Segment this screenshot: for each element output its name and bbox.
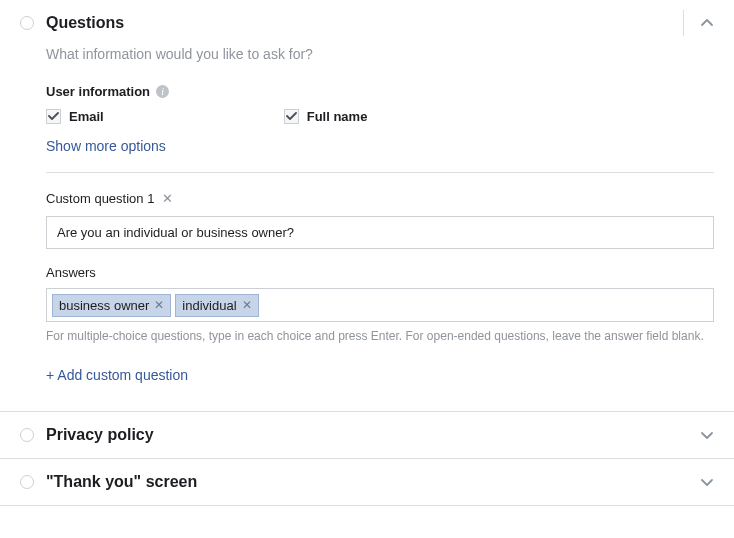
section-header-thankyou[interactable]: "Thank you" screen [0,459,734,505]
chevron-up-icon[interactable] [700,16,714,30]
checkbox-label-fullname: Full name [307,109,368,124]
remove-question-icon[interactable]: ✕ [162,191,173,206]
section-header-privacy[interactable]: Privacy policy [0,412,734,458]
section-header-questions[interactable]: Questions [0,0,734,46]
checkbox-email[interactable]: Email [46,109,104,124]
chevron-down-icon[interactable] [700,428,714,442]
divider [46,172,714,173]
custom-question-label: Custom question 1 [46,191,154,206]
answers-label: Answers [46,265,714,280]
show-more-link[interactable]: Show more options [46,138,714,154]
chevron-down-icon[interactable] [700,475,714,489]
checkbox-icon [284,109,299,124]
answer-tag: business owner ✕ [52,294,171,317]
tag-label: business owner [59,298,149,313]
subtitle: What information would you like to ask f… [46,46,714,62]
answer-tag: individual ✕ [175,294,258,317]
checkbox-full-name[interactable]: Full name [284,109,368,124]
checkbox-icon [46,109,61,124]
add-custom-question-link[interactable]: + Add custom question [46,367,188,383]
radio-icon [20,16,34,30]
section-title: "Thank you" screen [46,473,714,491]
remove-tag-icon[interactable]: ✕ [154,298,164,312]
checkbox-label-email: Email [69,109,104,124]
custom-question-input[interactable] [46,216,714,249]
answers-hint: For multiple-choice questions, type in e… [46,328,714,345]
section-privacy: Privacy policy [0,412,734,459]
info-icon[interactable]: i [156,85,169,98]
radio-icon [20,475,34,489]
checkbox-row: Email Full name [46,109,714,124]
section-questions: Questions What information would you lik… [0,0,734,412]
answers-input[interactable]: business owner ✕ individual ✕ [46,288,714,322]
section-title: Privacy policy [46,426,714,444]
radio-icon [20,428,34,442]
remove-tag-icon[interactable]: ✕ [242,298,252,312]
section-body-questions: What information would you like to ask f… [0,46,734,411]
section-title: Questions [46,14,714,32]
section-thankyou: "Thank you" screen [0,459,734,506]
custom-question-label-row: Custom question 1 ✕ [46,191,714,206]
user-info-label: User information [46,84,150,99]
user-info-label-row: User information i [46,84,714,99]
divider [683,10,684,36]
tag-label: individual [182,298,236,313]
